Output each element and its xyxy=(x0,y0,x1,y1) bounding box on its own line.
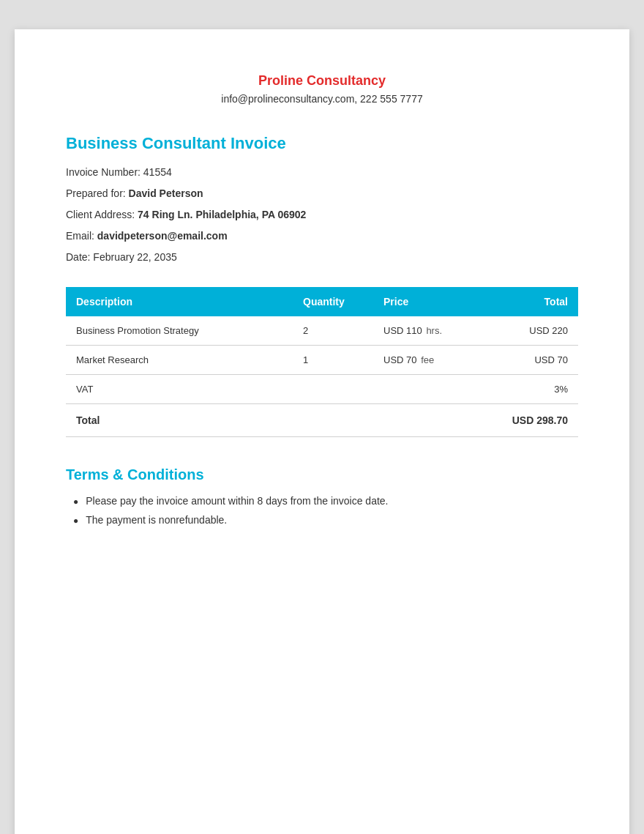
invoice-number: Invoice Number: 41554 xyxy=(66,165,578,180)
total-value: USD 298.70 xyxy=(468,404,578,437)
col-header-description: Description xyxy=(66,287,293,316)
row1-total: USD 220 xyxy=(468,316,578,346)
terms-list: Please pay the invoice amount within 8 d… xyxy=(66,495,578,526)
terms-item-1: Please pay the invoice amount within 8 d… xyxy=(73,495,578,507)
company-name: Proline Consultancy xyxy=(66,73,578,89)
row1-quantity: 2 xyxy=(293,316,373,346)
table-row: Business Promotion Strategy 2 USD 110 hr… xyxy=(66,316,578,346)
row3-total: 3% xyxy=(468,375,578,404)
table-body: Business Promotion Strategy 2 USD 110 hr… xyxy=(66,316,578,437)
row2-total: USD 70 xyxy=(468,346,578,375)
company-contact: info@prolineconsultancy.com, 222 555 777… xyxy=(66,93,578,105)
row3-price xyxy=(373,375,468,404)
terms-title: Terms & Conditions xyxy=(66,466,578,483)
prepared-for: Prepared for: David Peterson xyxy=(66,186,578,201)
row2-price: USD 70 fee xyxy=(373,346,468,375)
invoice-date: Date: February 22, 2035 xyxy=(66,250,578,265)
header-section: Proline Consultancy info@prolineconsulta… xyxy=(66,73,578,105)
table-row: VAT 3% xyxy=(66,375,578,404)
row3-description: VAT xyxy=(66,375,293,404)
col-header-total: Total xyxy=(468,287,578,316)
invoice-table: Description Quantity Price Total Busines… xyxy=(66,287,578,437)
terms-item-2: The payment is nonrefundable. xyxy=(73,514,578,526)
invoice-details: Invoice Number: 41554 Prepared for: Davi… xyxy=(66,165,578,265)
terms-section: Terms & Conditions Please pay the invoic… xyxy=(66,466,578,526)
total-empty-qty xyxy=(293,404,373,437)
total-label: Total xyxy=(66,404,293,437)
row3-quantity xyxy=(293,375,373,404)
row2-quantity: 1 xyxy=(293,346,373,375)
col-header-price: Price xyxy=(373,287,468,316)
invoice-page: Proline Consultancy info@prolineconsulta… xyxy=(15,29,629,834)
total-empty-price xyxy=(373,404,468,437)
total-row: Total USD 298.70 xyxy=(66,404,578,437)
col-header-quantity: Quantity xyxy=(293,287,373,316)
table-row: Market Research 1 USD 70 fee USD 70 xyxy=(66,346,578,375)
client-email: Email: davidpeterson@email.com xyxy=(66,228,578,244)
row2-description: Market Research xyxy=(66,346,293,375)
table-header: Description Quantity Price Total xyxy=(66,287,578,316)
client-address: Client Address: 74 Ring Ln. Philadelphia… xyxy=(66,207,578,223)
row1-price: USD 110 hrs. xyxy=(373,316,468,346)
invoice-title: Business Consultant Invoice xyxy=(66,134,578,153)
row1-description: Business Promotion Strategy xyxy=(66,316,293,346)
